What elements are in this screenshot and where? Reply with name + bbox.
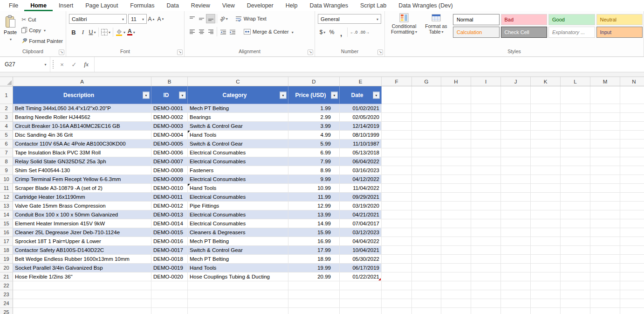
cell-M3[interactable]	[590, 113, 620, 122]
cell-M15[interactable]	[590, 219, 620, 228]
cell-H4[interactable]	[441, 122, 471, 131]
cell-F11[interactable]	[382, 184, 412, 193]
cell-B17[interactable]: DEMO-0016	[151, 237, 188, 246]
name-box-dropdown[interactable]	[40, 57, 50, 72]
cell-G1[interactable]	[412, 86, 441, 104]
borders-button[interactable]	[100, 28, 111, 37]
cell-B20[interactable]: DEMO-0019	[151, 264, 188, 272]
cell-C13[interactable]: Pipe Fittings	[188, 202, 288, 210]
cell-style-check-cell[interactable]: Check Cell	[501, 27, 548, 38]
cell-N22[interactable]	[620, 281, 644, 290]
cell-D21[interactable]: 20.99	[288, 272, 340, 281]
cell-G4[interactable]	[412, 122, 441, 131]
cell-F9[interactable]	[382, 166, 412, 175]
cell-D5[interactable]: 4.99	[288, 131, 340, 140]
wrap-text-button[interactable]: Wrap Text	[235, 15, 267, 23]
row-header-6[interactable]: 6	[0, 140, 13, 148]
cell-J21[interactable]	[501, 272, 531, 281]
alignment-dialog-launcher[interactable]	[308, 49, 313, 55]
cell-H22[interactable]	[441, 281, 471, 290]
cell-K25[interactable]	[531, 308, 561, 314]
cell-L1[interactable]	[561, 86, 590, 104]
cell-J9[interactable]	[501, 166, 531, 175]
cell-E2[interactable]: 01/02/2021	[340, 104, 382, 113]
cell-N24[interactable]	[620, 299, 644, 308]
cell-B16[interactable]: DEMO-0015	[151, 228, 188, 237]
cell-M12[interactable]	[590, 193, 620, 202]
cell-A12[interactable]: Cartridge Heater 16x1190mm	[13, 193, 151, 202]
cell-B12[interactable]: DEMO-0011	[151, 193, 188, 202]
cell-J4[interactable]	[501, 122, 531, 131]
cell-B9[interactable]: DEMO-0008	[151, 166, 188, 175]
cell-L22[interactable]	[561, 281, 590, 290]
cell-J14[interactable]	[501, 210, 531, 219]
cell-E21[interactable]: 01/22/2021	[340, 272, 382, 281]
name-box[interactable]: G27	[0, 57, 40, 72]
cell-L6[interactable]	[561, 140, 590, 148]
orientation-button[interactable]: ab	[219, 14, 229, 23]
cell-C20[interactable]: Hand Tools	[188, 264, 288, 272]
row-header-5[interactable]: 5	[0, 131, 13, 140]
cell-J23[interactable]	[501, 290, 531, 299]
cell-H5[interactable]	[441, 131, 471, 140]
cell-A2[interactable]: Belt Timing 344xL050 34.4"x1/2"x0.20"P	[13, 104, 151, 113]
cell-J12[interactable]	[501, 193, 531, 202]
clipboard-dialog-launcher[interactable]	[59, 49, 64, 55]
cell-M19[interactable]	[590, 255, 620, 264]
column-header-F[interactable]: F	[382, 77, 412, 86]
number-dialog-launcher[interactable]	[377, 49, 383, 55]
cell-D7[interactable]: 6.99	[288, 148, 340, 157]
formula-input[interactable]	[94, 57, 644, 72]
filter-button-date[interactable]	[373, 91, 380, 98]
filter-button-description[interactable]	[143, 91, 150, 98]
cell-N10[interactable]	[620, 175, 644, 184]
cell-B25[interactable]	[151, 308, 188, 314]
cell-E22[interactable]	[340, 281, 382, 290]
cut-button[interactable]: ✂ Cut	[21, 15, 63, 23]
cell-G24[interactable]	[412, 299, 441, 308]
insert-function-icon[interactable]: fx	[80, 57, 92, 72]
row-header-4[interactable]: 4	[0, 122, 13, 131]
cell-J24[interactable]	[501, 299, 531, 308]
comma-style-button[interactable]: ,	[336, 28, 346, 37]
increase-decimal-button[interactable]: ←.0	[349, 28, 359, 37]
cell-J20[interactable]	[501, 264, 531, 272]
cell-C5[interactable]: Hand Tools	[188, 131, 288, 140]
cell-A9[interactable]: Shim Set F400544-130	[13, 166, 151, 175]
cell-F6[interactable]	[382, 140, 412, 148]
filter-button-category[interactable]	[280, 91, 287, 98]
align-left-button[interactable]	[187, 27, 197, 36]
cell-J3[interactable]	[501, 113, 531, 122]
ribbon-tab-data-wrangles-dev[interactable]: Data Wrangles (Dev)	[392, 0, 459, 11]
cell-N25[interactable]	[620, 308, 644, 314]
cell-K14[interactable]	[531, 210, 561, 219]
cell-I14[interactable]	[471, 210, 501, 219]
cell-style-calculation[interactable]: Calculation	[453, 27, 500, 38]
cell-J6[interactable]	[501, 140, 531, 148]
cell-F8[interactable]	[382, 157, 412, 166]
row-header-1[interactable]: 1	[0, 86, 13, 104]
cell-C19[interactable]: Mech PT Belting	[188, 255, 288, 264]
cell-G17[interactable]	[412, 237, 441, 246]
cell-N12[interactable]	[620, 193, 644, 202]
cell-H13[interactable]	[441, 202, 471, 210]
cell-J15[interactable]	[501, 219, 531, 228]
cell-D19[interactable]: 18.99	[288, 255, 340, 264]
cell-D11[interactable]: 10.99	[288, 184, 340, 193]
cell-H16[interactable]	[441, 228, 471, 237]
cell-N16[interactable]	[620, 228, 644, 237]
italic-button[interactable]: I	[78, 28, 88, 37]
cell-A8[interactable]: Relay Solid State GN325DSZ 25a 3ph	[13, 157, 151, 166]
cell-C8[interactable]: Electrical Consumables	[188, 157, 288, 166]
row-header-15[interactable]: 15	[0, 219, 13, 228]
cell-H21[interactable]	[441, 272, 471, 281]
cell-D23[interactable]	[288, 290, 340, 299]
row-header-11[interactable]: 11	[0, 184, 13, 193]
cell-N15[interactable]	[620, 219, 644, 228]
cell-M8[interactable]	[590, 157, 620, 166]
formula-bar-splitter[interactable]	[50, 57, 56, 72]
cell-F20[interactable]	[382, 264, 412, 272]
cell-J2[interactable]	[501, 104, 531, 113]
column-header-J[interactable]: J	[501, 77, 531, 86]
cell-A3[interactable]: Bearing Needle Roller HJ44562	[13, 113, 151, 122]
